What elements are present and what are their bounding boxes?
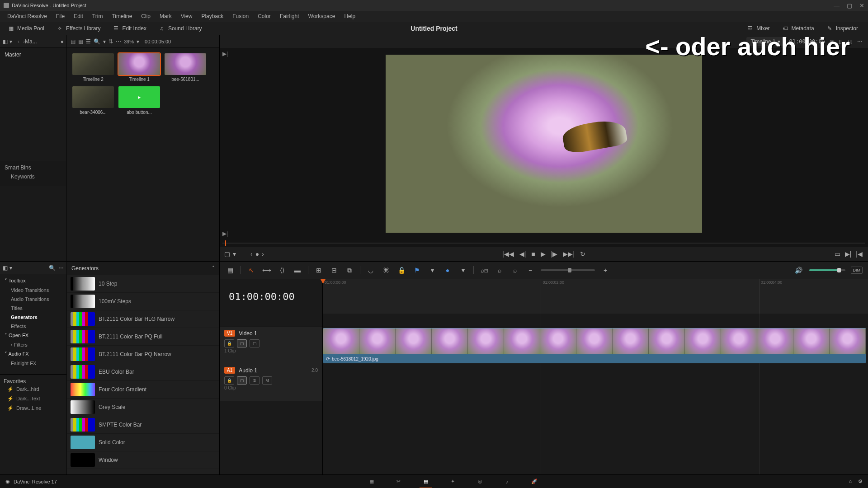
effects-library-toggle[interactable]: ✧Effects Library [52, 23, 105, 34]
minimize-button[interactable]: — [834, 2, 840, 9]
menu-clip[interactable]: Clip [137, 12, 154, 21]
video-clip[interactable]: bee-5618012_1920.jpg [323, 328, 866, 363]
viewer-scrubber[interactable] [222, 239, 865, 247]
insert-icon[interactable]: ⊞ [314, 265, 324, 275]
list-view-icon[interactable]: ☰ [86, 38, 91, 45]
metadata-toggle[interactable]: 🏷Metadata [777, 23, 819, 34]
menu-workspace[interactable]: Workspace [305, 12, 339, 21]
marker-icon[interactable]: ● [255, 250, 259, 258]
mute-icon[interactable]: M [262, 376, 272, 385]
tree-toolbox[interactable]: ˅ Toolbox [0, 276, 66, 286]
media-page-icon[interactable]: ▦ [366, 478, 377, 485]
go-start-icon[interactable]: |◀◀ [502, 250, 514, 258]
tree-titles[interactable]: Titles [0, 304, 66, 313]
more-icon[interactable]: ⋯ [58, 265, 64, 271]
go-out-icon[interactable]: |◀ [856, 250, 863, 258]
dynamic-trim-icon[interactable]: ⟨⟩ [277, 265, 287, 275]
generator-item[interactable]: BT.2111 Color Bar PQ Full [67, 328, 219, 346]
auto-select-icon[interactable]: ▢ [237, 339, 247, 347]
chevron-down-icon[interactable]: ▾ [9, 38, 12, 45]
lock-track-icon[interactable]: 🔒 [224, 339, 234, 347]
dual-viewer-icon[interactable]: ▯▯ [846, 38, 853, 45]
close-button[interactable]: ✕ [859, 2, 864, 9]
media-clip-thumb[interactable]: Timeline 2 [72, 53, 114, 82]
blade-tool-icon[interactable]: ▬ [292, 265, 302, 275]
chevron-down-icon[interactable]: ▾ [137, 38, 139, 45]
flag-icon[interactable]: ⚑ [412, 265, 422, 275]
chevron-down-icon[interactable]: ▾ [103, 38, 106, 45]
single-viewer-icon[interactable]: ▯ [839, 38, 842, 45]
metadata-view-icon[interactable]: ▤ [71, 38, 75, 45]
step-back-icon[interactable]: ◀| [519, 250, 526, 258]
overwrite-icon[interactable]: ⊟ [329, 265, 339, 275]
menu-davinci[interactable]: DaVinci Resolve [4, 12, 51, 21]
tree-audiofx[interactable]: ˅ Audio FX [0, 349, 66, 359]
lock-track-icon[interactable]: 🔒 [224, 376, 234, 385]
track-badge[interactable]: A1 [224, 367, 235, 374]
favorite-item[interactable]: ⚡Dark...hird [4, 385, 63, 394]
go-in-icon[interactable]: ▶| [845, 250, 852, 258]
auto-select-icon[interactable]: ▢ [237, 376, 247, 385]
marker-icon[interactable]: ● [443, 265, 453, 275]
menu-view[interactable]: View [177, 12, 196, 21]
generator-item[interactable]: Grey Scale [67, 399, 219, 416]
tree-openfx[interactable]: ˅ Open FX [0, 331, 66, 340]
link-icon[interactable]: ⌘ [381, 265, 391, 275]
zoom-to-fit-icon[interactable]: ⌕⊡ [479, 265, 489, 275]
next-marker-icon[interactable]: › [262, 250, 264, 258]
search-icon[interactable]: 🔍 [94, 38, 100, 45]
go-end-icon[interactable]: ▶▶| [563, 250, 575, 258]
menu-playback[interactable]: Playback [198, 12, 227, 21]
track-badge[interactable]: V1 [224, 330, 235, 337]
menu-color[interactable]: Color [254, 12, 274, 21]
trim-tool-icon[interactable]: ⟷ [262, 265, 272, 275]
edit-page-icon[interactable]: ▤ [420, 478, 431, 485]
more-icon[interactable]: ⋯ [857, 38, 863, 45]
timeline-timecode[interactable]: 01:00:00:00 [229, 291, 295, 302]
search-icon[interactable]: 🔍 [49, 265, 56, 271]
timeline-selector[interactable]: Timeline 1 ▾ [746, 37, 785, 46]
color-page-icon[interactable]: ◎ [475, 478, 486, 485]
selection-tool-icon[interactable]: ↖ [246, 265, 256, 275]
generator-item[interactable]: BT.2111 Color Bar HLG Narrow [67, 310, 219, 328]
timeline-view-icon[interactable]: ▤ [225, 265, 235, 275]
zoom-slider[interactable] [541, 269, 595, 271]
viewer-canvas[interactable] [386, 55, 702, 233]
chevron-down-icon[interactable]: ▾ [427, 265, 437, 275]
playhead-line[interactable] [323, 314, 323, 474]
favorites-header[interactable]: Favorites [4, 378, 63, 385]
first-frame-icon[interactable]: ▶| [222, 51, 228, 57]
loop-icon[interactable]: ↻ [580, 250, 585, 258]
last-frame-icon[interactable]: ▶| [222, 230, 228, 237]
video-track-header[interactable]: V1Video 1 🔒 ▢ ▢ 1 Clip [220, 327, 322, 364]
menu-trim[interactable]: Trim [89, 12, 107, 21]
generator-item[interactable]: EBU Color Bar [67, 363, 219, 381]
match-frame-icon[interactable]: ▢ [224, 250, 230, 258]
sound-library-toggle[interactable]: ♫Sound Library [154, 23, 207, 34]
custom-zoom-icon[interactable]: ⌕ [510, 265, 520, 275]
mixer-toggle[interactable]: ☲Mixer [742, 23, 774, 34]
menu-help[interactable]: Help [340, 12, 359, 21]
generator-item[interactable]: SMPTE Color Bar [67, 416, 219, 434]
menu-file[interactable]: File [52, 12, 68, 21]
generator-item[interactable]: 100mV Steps [67, 293, 219, 310]
cut-page-icon[interactable]: ✂ [393, 478, 404, 485]
tree-generators[interactable]: Generators [0, 313, 66, 322]
menu-mark[interactable]: Mark [156, 12, 175, 21]
fairlight-page-icon[interactable]: ♪ [502, 478, 513, 485]
fusion-page-icon[interactable]: ✦ [448, 478, 458, 485]
media-pool-toggle[interactable]: ▦Media Pool [3, 23, 49, 34]
media-clip-thumb[interactable]: bee-561801... [165, 53, 206, 82]
inspector-toggle[interactable]: ✎Inspector [821, 23, 863, 34]
tree-filters[interactable]: › Filters [0, 340, 66, 349]
lock-icon[interactable]: 🔒 [396, 265, 406, 275]
tree-effects[interactable]: Effects [0, 322, 66, 331]
panel-layout-icon[interactable]: ◧ [3, 38, 8, 45]
menu-fusion[interactable]: Fusion [229, 12, 252, 21]
project-settings-icon[interactable]: ⚙ [858, 479, 863, 484]
menu-fairlight[interactable]: Fairlight [276, 12, 303, 21]
zoom-in-icon[interactable]: + [600, 265, 610, 275]
snap-icon[interactable]: ◡ [366, 265, 376, 275]
panel-layout-icon[interactable]: ◧ [3, 265, 8, 271]
sort-icon[interactable]: ⇅ [108, 38, 113, 45]
